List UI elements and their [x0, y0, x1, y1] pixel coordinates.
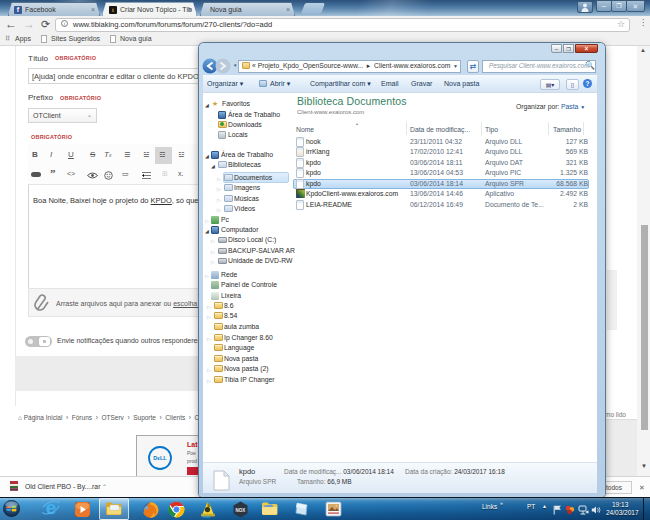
svg-text:8.60: 8.60 [203, 515, 210, 518]
svg-text:DϵLL: DϵLL [153, 455, 167, 461]
svg-text:NOX: NOX [236, 508, 246, 513]
